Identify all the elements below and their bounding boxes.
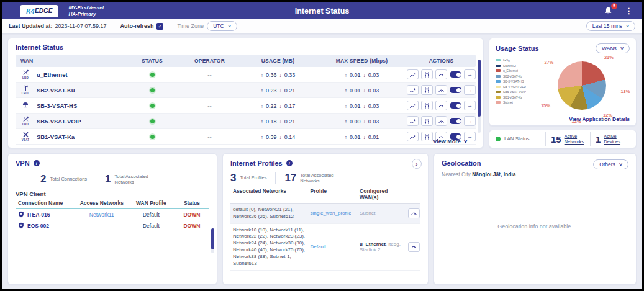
notifications-button[interactable]: 5 [604,6,614,16]
access-networks-link[interactable]: --- [76,223,128,229]
wan-table-row[interactable]: VSAT SB1-VSAT-Ka -- ↑0.39 ↓0.14 [16,129,476,145]
legend-item: SB-3-VSAT-HS [496,79,540,83]
internet-status-panel: Internet Status WAN STATUS OPERATOR USAG… [7,38,484,148]
associated-networks-value: default (0), Network21 (21), Network26 (… [230,207,311,220]
view-application-details-link[interactable]: View Application Details [569,116,630,122]
usage-pie-chart[interactable] [558,61,606,110]
column-max-speed: MAX SPEED (Mbps) [317,58,407,64]
speed-test-button[interactable] [435,69,447,79]
legend-label: Subnet [503,101,513,104]
usage-graph-button[interactable] [407,101,419,110]
usage-graph-button[interactable] [407,85,419,95]
legend-item: SB-4-VSAT-ULD [496,85,540,89]
speed-download: 0.03 [368,119,379,125]
logo-k4: K4 [26,7,34,15]
download-arrow-icon: ↓ [279,103,282,109]
profile-speed-test-button[interactable] [408,242,420,252]
wan-enable-toggle[interactable] [450,87,461,93]
app-logo[interactable]: K4 EDGE [20,5,58,17]
profile-link[interactable]: single_wan_profile [311,210,360,216]
usage-filter-select[interactable]: WANs ∨ [596,43,630,53]
download-arrow-icon: ↓ [363,72,366,78]
usage-legend: lte5g Starlink 2 u_Ethernet [496,56,540,115]
vpn-row[interactable]: EOS-002 --- Default DOWN [16,220,209,231]
configure-button[interactable] [421,101,433,110]
auto-refresh-checkbox[interactable]: ✓ [156,23,163,30]
column-access-networks: Access Networks [76,200,128,206]
table-scrollbar[interactable] [478,60,481,133]
configure-button[interactable] [421,85,433,95]
internet-status-table: LBD u_Ethernet -- ↑0.36 ↓0.33 [16,67,476,145]
speed-test-button[interactable] [435,101,447,110]
pie-percent-label: 27% [544,59,553,65]
info-icon[interactable]: i [34,160,40,166]
profile-row[interactable]: Network10 (10), Network11 (11), Network2… [230,224,420,271]
internet-status-title: Internet Status [16,43,476,51]
wan-enable-toggle[interactable] [450,118,461,124]
usage-graph-button[interactable] [407,116,419,126]
access-networks-link[interactable]: Network11 [76,212,128,218]
upload-arrow-icon: ↑ [261,103,263,109]
upload-arrow-icon: ↑ [261,72,263,78]
vpn-stat: 2 Total Connections [40,173,87,186]
info-icon[interactable]: i [286,160,293,166]
usage-graph-button[interactable] [407,132,419,141]
vpn-row[interactable]: ITEA-016 Network11 Default DOWN [16,209,209,220]
legend-label: SB2-VSAT-Ku [503,74,522,78]
stat-value: 3 [230,172,236,184]
usage-pie-wrap: 21%13%12%12%15%27% [545,56,619,115]
wan-enable-toggle[interactable] [450,71,461,78]
profile-speed-test-button[interactable] [408,208,420,218]
column-wan: WAN [16,58,124,64]
wan-details-button[interactable]: → [464,69,476,79]
active-devices-link[interactable]: Active Devices [604,133,630,145]
graph-icon [409,118,416,125]
wan-name: SB1-VSAT-Ka [37,133,75,140]
internet-profiles-title: Internet Profiles [230,159,283,167]
legend-item: SB2-VSAT-Ku [496,74,540,78]
sliders-icon [424,71,430,78]
speed-test-button[interactable] [435,85,447,95]
vpn-status-badge: DOWN [175,223,209,229]
active-networks-link[interactable]: Active Networks [565,133,585,145]
wan-details-button[interactable]: → [464,116,476,126]
wan-table-row[interactable]: LBD SB5-VSAT-VOIP -- ↑0.18 ↓0.21 [16,114,476,129]
kebab-menu-icon[interactable]: ⋮ [625,7,633,15]
vpn-scrollbar[interactable] [211,228,214,253]
associated-networks-value: Network10 (10), Network11 (11), Network2… [230,227,311,267]
wan-table-row[interactable]: CELL SB2-VSAT-Ku -- ↑0.23 ↓0.21 [16,83,476,98]
time-zone-select[interactable]: UTC ∨ [207,21,237,31]
expand-panel-button[interactable]: › [412,159,422,169]
wan-details-button[interactable]: → [464,101,476,110]
wan-details-button[interactable]: → [464,85,476,95]
column-profile: Profile [311,188,360,200]
scrollbar-thumb[interactable] [478,60,481,117]
wan-table-row[interactable]: LBD u_Ethernet -- ↑0.36 ↓0.33 [16,67,476,83]
legend-item: SB5-VSAT-VOIP [496,90,540,94]
usage-download: 0.21 [284,119,296,125]
top-bar: K4 EDGE MY-FirstVessel HA-Primary Intern… [2,2,642,19]
wan-table-row[interactable]: SB-3-VSAT-HS -- ↑0.22 ↓0.17 ↑0.01 ↓0.03 [16,98,476,114]
speed-test-button[interactable] [435,116,447,126]
download-arrow-icon: ↓ [279,72,282,78]
legend-label: SB5-VSAT-VOIP [503,90,526,94]
time-range-select[interactable]: Last 15 mins ∨ [586,21,635,31]
dashboard: K4 EDGE MY-FirstVessel HA-Primary Intern… [2,2,642,289]
configure-button[interactable] [421,69,433,79]
scrollbar-thumb[interactable] [211,228,214,249]
speed-download: 0.03 [368,103,379,109]
graph-icon [409,102,416,109]
vessel-name: MY-FirstVessel [68,5,103,11]
upload-arrow-icon: ↑ [345,87,347,94]
active-networks-count: 15 [551,134,561,145]
configure-button[interactable] [421,116,433,126]
geolocation-filter-select[interactable]: Others ∨ [593,159,628,169]
view-more-button[interactable]: View More ∨ [433,138,467,145]
wan-enable-toggle[interactable] [450,102,461,109]
vpn-table: ITEA-016 Network11 Default DOWN EOS-002 [16,208,209,231]
arrow-right-icon: → [467,118,473,124]
configure-button[interactable] [421,132,433,141]
profile-link[interactable]: Default [311,244,360,249]
profile-row[interactable]: default (0), Network21 (21), Network26 (… [230,204,420,224]
usage-graph-button[interactable] [407,69,419,79]
